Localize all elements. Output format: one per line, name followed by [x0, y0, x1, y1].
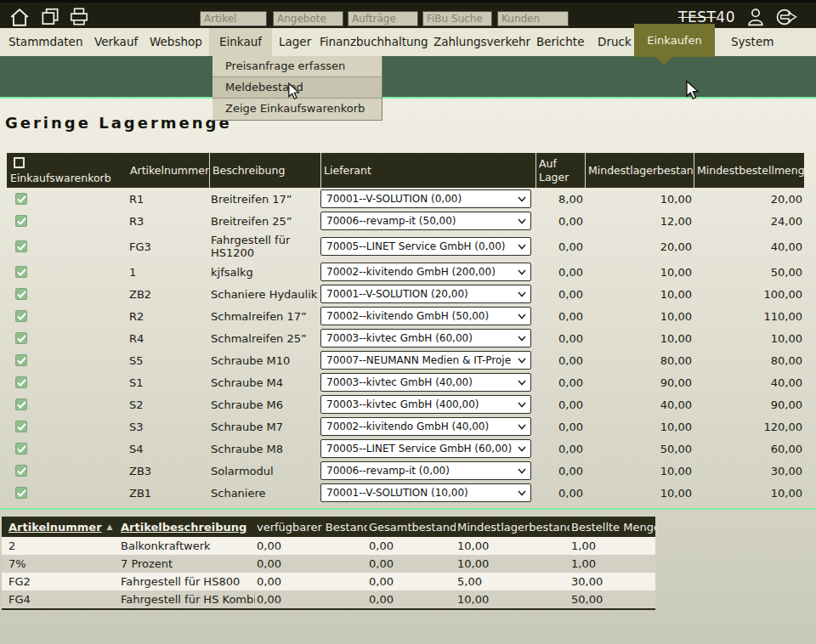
search-fibu-input[interactable]	[422, 11, 492, 26]
artikelnummer-cell: S2	[128, 398, 209, 411]
lieferant-select-value: 70003--kivtec GmbH (60,00)	[321, 332, 516, 344]
cart-checkbox[interactable]	[15, 266, 27, 278]
artikelnummer-cell: 2	[2, 537, 119, 555]
lieferant-select[interactable]: 70002--kivitendo GmbH (50,00)	[320, 307, 531, 325]
menu-finanzbuchhaltung[interactable]: Finanzbuchhaltung	[309, 28, 439, 56]
cart-checkbox[interactable]	[15, 398, 27, 410]
print-icon[interactable]	[68, 7, 90, 27]
lieferant-select[interactable]: 70001--V-SOLUTION (10,00)	[320, 483, 531, 502]
beschreibung-cell: Schraube M10	[209, 353, 320, 369]
sort-asc-icon: ▲	[107, 523, 113, 531]
cart-checkbox[interactable]	[15, 310, 27, 322]
artikelbeschreibung-cell: 7 Prozent	[119, 555, 255, 573]
cart-checkbox[interactable]	[15, 288, 27, 300]
auf-lager-cell: 0,00	[536, 288, 585, 301]
mindestbestellmenge-cell: 100,00	[694, 288, 804, 301]
mouse-cursor	[287, 82, 301, 100]
lieferant-select[interactable]: 70003--kivtec GmbH (40,00)	[320, 373, 531, 392]
cart-checkbox[interactable]	[15, 354, 27, 366]
artikelbeschreibung-cell: Fahrgestell für HS800	[119, 573, 255, 590]
home-icon[interactable]	[8, 7, 31, 27]
chevron-down-icon	[518, 490, 526, 496]
beschreibung-cell: Breitreifen 25”	[209, 213, 320, 229]
mindestbestellmenge-cell: 50,00	[694, 266, 804, 279]
lieferant-select-value: 70001--V-SOLUTION (20,00)	[321, 288, 516, 300]
mindestbestellmenge-cell: 120,00	[694, 421, 804, 433]
bestellte-menge-cell: 1,00	[570, 537, 655, 555]
search-angebote-input[interactable]	[273, 11, 343, 26]
lieferant-select[interactable]: 70001--V-SOLUTION (0,00)	[320, 189, 531, 208]
menu-system[interactable]: System	[721, 28, 784, 56]
lieferant-select-value: 70002--kivitendo GmbH (40,00)	[321, 421, 516, 432]
mindestlagerbestand-cell: 10,00	[585, 332, 694, 345]
artikelnummer-cell: 7%	[2, 555, 119, 573]
menu-einkauf[interactable]: Einkauf	[209, 28, 272, 56]
cart-checkbox[interactable]	[15, 193, 27, 205]
cart-checkbox[interactable]	[15, 332, 27, 344]
mindestlagerbestand-cell: 10,00	[456, 537, 570, 555]
menu-berichte[interactable]: Berichte	[526, 28, 594, 56]
low-stock-table-body: R1 Breitreifen 17” 70001--V-SOLUTION (0,…	[7, 188, 804, 504]
cart-checkbox[interactable]	[15, 376, 27, 388]
cart-checkbox[interactable]	[15, 421, 27, 432]
lieferant-select[interactable]: 70005--LINET Service GmbH (60,00)	[320, 439, 531, 458]
cart-checkbox[interactable]	[15, 465, 27, 477]
lieferant-select-value: 70002--kivitendo GmbH (200,00)	[321, 266, 516, 278]
lieferant-select[interactable]: 70006--revamp-it (50,00)	[320, 212, 531, 230]
table-row: FG3 Fahrgestell für HS1200 70005--LINET …	[7, 232, 804, 261]
table-row: ZB1 Schaniere 70001--V-SOLUTION (10,00) …	[7, 482, 804, 504]
chevron-down-icon	[518, 380, 526, 386]
header-artikelnummer: Artikelnummer	[128, 153, 209, 188]
menu-item-zeige-einkaufswarenkorb[interactable]: Zeige Einkaufswarenkorb	[212, 99, 382, 120]
search-kunden-input[interactable]	[497, 11, 569, 26]
mindestlagerbestand-cell: 10,00	[456, 555, 570, 573]
auf-lager-cell: 0,00	[536, 354, 585, 367]
logout-icon[interactable]	[775, 8, 799, 26]
mindestbestellmenge-cell: 24,00	[694, 215, 804, 228]
auf-lager-cell: 0,00	[536, 310, 585, 323]
menu-webshop[interactable]: Webshop	[139, 28, 212, 56]
lieferant-select[interactable]: 70002--kivitendo GmbH (40,00)	[320, 417, 531, 436]
menu-item-preisanfrage-erfassen[interactable]: Preisanfrage erfassen	[212, 56, 382, 77]
lieferant-select-value: 70005--LINET Service GmbH (60,00)	[321, 443, 516, 455]
mindestlagerbestand-cell: 5,00	[456, 573, 570, 590]
lieferant-select[interactable]: 70006--revamp-it (0,00)	[320, 461, 531, 480]
mindestbestellmenge-cell: 60,00	[694, 443, 804, 455]
sort-artikelbeschreibung-link[interactable]: Artikelbeschreibung	[121, 521, 246, 534]
menu-zahlungsverkehr[interactable]: Zahlungsverkehr	[423, 28, 541, 56]
mindestbestellmenge-cell: 40,00	[694, 240, 804, 253]
table-row: R4 Schmalreifen 25” 70003--kivtec GmbH (…	[7, 327, 804, 349]
cart-checkbox[interactable]	[15, 487, 27, 499]
sort-artikelnummer-link[interactable]: Artikelnummer	[8, 521, 102, 534]
mindestbestellmenge-cell: 30,00	[694, 465, 804, 477]
lieferant-select[interactable]: 70001--V-SOLUTION (20,00)	[320, 285, 531, 303]
table-row: S2 Schraube M6 70003--kivtec GmbH (400,0…	[7, 393, 804, 415]
lieferant-select[interactable]: 70005--LINET Service GmbH (0,00)	[320, 237, 531, 256]
lieferant-select-value: 70006--revamp-it (50,00)	[321, 215, 516, 227]
lieferant-select[interactable]: 70003--kivtec GmbH (60,00)	[320, 329, 531, 347]
beschreibung-cell: Schraube M8	[209, 441, 320, 457]
search-artikel-input[interactable]	[200, 11, 267, 26]
artikelnummer-cell: ZB3	[128, 465, 209, 477]
header-bestellte-menge: Bestellte Menge	[570, 517, 655, 537]
lieferant-select[interactable]: 70007--NEUMANN Medien & IT-Proje	[320, 351, 531, 370]
search-auftraege-input[interactable]	[348, 11, 418, 26]
lieferant-select-value: 70006--revamp-it (0,00)	[321, 465, 516, 477]
lieferant-select[interactable]: 70003--kivtec GmbH (400,00)	[320, 395, 531, 414]
menu-verkauf[interactable]: Verkauf	[84, 28, 148, 56]
cart-checkbox[interactable]	[15, 443, 27, 455]
lieferant-select-value: 70001--V-SOLUTION (10,00)	[321, 487, 516, 499]
select-all-checkbox[interactable]	[14, 157, 25, 168]
header-verfuegbarer-bestand: verfügbarer Bestand	[255, 517, 367, 537]
verfuegbarer-bestand-cell: 0,00	[255, 590, 367, 608]
mindestbestellmenge-cell: 80,00	[694, 354, 804, 367]
mindestlagerbestand-cell: 10,00	[585, 288, 694, 301]
lieferant-select[interactable]: 70002--kivitendo GmbH (200,00)	[320, 263, 531, 281]
windows-icon[interactable]	[39, 7, 61, 27]
mindestlagerbestand-cell: 90,00	[585, 376, 694, 389]
auf-lager-cell: 0,00	[536, 421, 585, 433]
menu-stammdaten[interactable]: Stammdaten	[0, 28, 93, 56]
cart-checkbox[interactable]	[15, 215, 27, 227]
cart-checkbox[interactable]	[15, 240, 27, 252]
user-icon[interactable]	[746, 8, 765, 26]
